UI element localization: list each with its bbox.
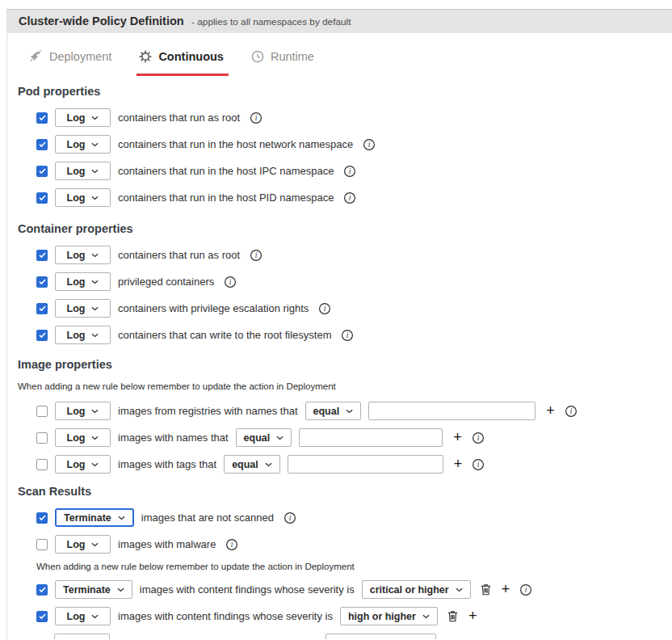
dropdown-value: equal bbox=[232, 459, 258, 470]
policy-rule-row: Logcontainers that run as rooti bbox=[36, 246, 672, 264]
dropdown-value: Log bbox=[67, 330, 86, 341]
svg-text:i: i bbox=[477, 434, 479, 442]
rule-label: images with names that bbox=[118, 432, 229, 444]
action-dropdown[interactable]: Log bbox=[55, 272, 111, 291]
action-dropdown[interactable]: Log bbox=[55, 135, 111, 154]
info-icon[interactable]: i bbox=[224, 276, 237, 288]
cut-off-dropdown[interactable] bbox=[54, 634, 110, 639]
add-icon[interactable]: + bbox=[468, 607, 477, 625]
policy-rule-row: Terminateimages that are not scannedi bbox=[36, 508, 672, 527]
rule-checkbox[interactable] bbox=[36, 276, 48, 288]
add-icon[interactable]: + bbox=[454, 455, 463, 474]
svg-text:i: i bbox=[477, 461, 480, 469]
svg-text:i: i bbox=[525, 586, 527, 594]
action-dropdown[interactable]: Terminate bbox=[55, 508, 134, 527]
policy-rule-row: Logimages from registries with names tha… bbox=[36, 402, 672, 420]
dropdown-value: Log bbox=[67, 276, 86, 288]
value-input[interactable] bbox=[299, 428, 443, 447]
action-dropdown[interactable]: Log bbox=[55, 535, 111, 554]
info-icon[interactable]: i bbox=[472, 458, 485, 471]
add-icon[interactable]: + bbox=[546, 402, 555, 420]
policy-definition-panel: Cluster-wide Policy Definition - applies… bbox=[6, 9, 672, 640]
rule-label: containers that can write to the root fi… bbox=[118, 329, 331, 341]
info-icon[interactable]: i bbox=[250, 112, 262, 124]
dropdown-value: Log bbox=[67, 166, 86, 177]
value-input[interactable] bbox=[288, 455, 443, 474]
info-icon[interactable]: i bbox=[363, 138, 376, 151]
section-scan-results: Scan ResultsTerminateimages that are not… bbox=[7, 485, 672, 639]
action-dropdown[interactable]: Log bbox=[55, 162, 111, 180]
policy-rule-row: Logimages with content findings whose se… bbox=[36, 607, 672, 625]
info-icon[interactable]: i bbox=[519, 583, 532, 596]
section-heading: Container properties bbox=[18, 222, 672, 235]
rule-checkbox[interactable] bbox=[36, 192, 48, 204]
add-icon[interactable]: + bbox=[502, 580, 510, 599]
policy-rule-row: Logcontainers that run in the host IPC n… bbox=[36, 162, 672, 180]
rule-checkbox[interactable] bbox=[36, 330, 48, 341]
action-dropdown[interactable]: Log bbox=[55, 326, 111, 344]
info-icon[interactable]: i bbox=[343, 192, 356, 204]
action-dropdown[interactable]: Log bbox=[55, 455, 111, 474]
dropdown-value: Log bbox=[67, 303, 86, 314]
rule-checkbox[interactable] bbox=[36, 539, 48, 550]
rule-checkbox[interactable] bbox=[36, 139, 48, 150]
rule-checkbox[interactable] bbox=[36, 406, 48, 417]
info-icon[interactable]: i bbox=[284, 512, 296, 524]
info-icon[interactable]: i bbox=[318, 302, 331, 315]
dropdown-value: equal bbox=[313, 406, 340, 417]
info-icon[interactable]: i bbox=[341, 329, 354, 342]
policy-rule-row: Logimages with tags thatequal+i bbox=[36, 455, 672, 474]
cut-off-dropdown[interactable] bbox=[326, 634, 436, 639]
action-dropdown[interactable]: Log bbox=[55, 428, 111, 447]
section-heading: Pod properties bbox=[18, 85, 672, 98]
rule-label: containers with privilege escalation rig… bbox=[118, 302, 309, 314]
dropdown-value: Log bbox=[67, 432, 86, 444]
action-dropdown[interactable]: Log bbox=[55, 607, 111, 625]
operator-dropdown[interactable]: equal bbox=[224, 455, 280, 474]
action-dropdown[interactable]: Terminate bbox=[55, 580, 132, 599]
severity-dropdown[interactable]: critical or higher bbox=[362, 580, 471, 599]
action-dropdown[interactable]: Log bbox=[55, 188, 111, 207]
action-dropdown[interactable]: Log bbox=[55, 108, 111, 127]
tab-deployment[interactable]: Deployment bbox=[29, 48, 111, 65]
dropdown-value: Log bbox=[67, 406, 86, 417]
rule-checkbox[interactable] bbox=[36, 584, 48, 596]
rule-checkbox[interactable] bbox=[36, 112, 48, 124]
rule-checkbox[interactable] bbox=[36, 611, 48, 622]
tab-continuous[interactable]: Continuous bbox=[139, 48, 224, 65]
rule-checkbox[interactable] bbox=[36, 512, 48, 524]
info-icon[interactable]: i bbox=[565, 405, 578, 418]
policy-rule-row: Logcontainers with privilege escalation … bbox=[36, 299, 672, 318]
dropdown-value: Log bbox=[67, 139, 86, 150]
rule-checkbox[interactable] bbox=[36, 303, 48, 314]
info-icon[interactable]: i bbox=[225, 538, 238, 551]
action-dropdown[interactable]: Log bbox=[55, 299, 111, 318]
svg-text:i: i bbox=[229, 278, 232, 286]
delete-icon[interactable] bbox=[481, 583, 491, 596]
add-icon[interactable]: + bbox=[453, 428, 462, 447]
rule-checkbox[interactable] bbox=[36, 166, 48, 177]
operator-dropdown[interactable]: equal bbox=[305, 402, 362, 420]
section-image-properties: Image propertiesWhen adding a new rule b… bbox=[7, 358, 672, 474]
severity-dropdown[interactable]: high or higher bbox=[340, 607, 438, 625]
rule-checkbox[interactable] bbox=[36, 250, 48, 261]
info-icon[interactable]: i bbox=[343, 165, 356, 178]
tab-runtime[interactable]: Runtime bbox=[251, 48, 314, 65]
panel-title: Cluster-wide Policy Definition bbox=[19, 15, 184, 27]
rule-label: privileged containers bbox=[118, 276, 214, 288]
dropdown-value: Log bbox=[67, 250, 86, 261]
section-note: When adding a new rule below remember to… bbox=[36, 562, 672, 571]
value-input[interactable] bbox=[368, 402, 536, 420]
operator-dropdown[interactable]: equal bbox=[236, 428, 292, 447]
rule-checkbox[interactable] bbox=[36, 459, 48, 470]
section-pod-properties: Pod propertiesLogcontainers that run as … bbox=[7, 85, 672, 207]
action-dropdown[interactable]: Log bbox=[55, 402, 111, 420]
svg-text:i: i bbox=[324, 305, 326, 313]
action-dropdown[interactable]: Log bbox=[55, 246, 111, 264]
delete-icon[interactable] bbox=[447, 610, 458, 622]
info-icon[interactable]: i bbox=[250, 249, 262, 262]
info-icon[interactable]: i bbox=[472, 432, 485, 444]
tab-bar: DeploymentContinuousRuntime bbox=[7, 33, 672, 65]
rule-checkbox[interactable] bbox=[36, 432, 48, 444]
panel-titlebar: Cluster-wide Policy Definition - applies… bbox=[7, 9, 672, 33]
